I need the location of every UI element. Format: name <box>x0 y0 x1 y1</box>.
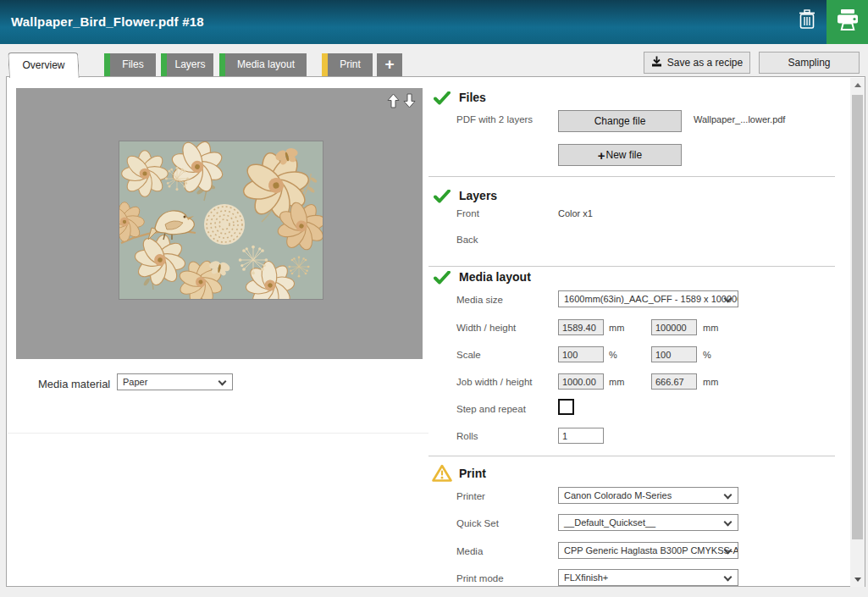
back-layer-label: Back <box>456 235 478 245</box>
tab-files[interactable]: Files <box>104 53 156 76</box>
add-tab-button[interactable]: + <box>377 53 402 76</box>
print-media-value: CPP Generic Haglasta B300P CMYKSS-AU- <box>564 545 738 556</box>
quick-set-label: Quick Set <box>456 518 499 528</box>
rolls-input[interactable] <box>558 428 604 444</box>
job-title: Wallpaper_Bird_Flower.pdf #18 <box>11 14 204 29</box>
step-and-repeat-checkbox[interactable] <box>558 399 574 415</box>
save-as-recipe-button[interactable]: Save as a recipe <box>644 52 750 74</box>
scale-y-input[interactable] <box>651 346 697 362</box>
front-layer-value: Color x1 <box>558 208 593 218</box>
triangle-down-icon <box>854 578 861 582</box>
job-width-input[interactable] <box>558 373 604 390</box>
file-type-label: PDF with 2 layers <box>456 114 533 124</box>
print-mode-value: FLXfinish+ <box>564 572 608 583</box>
sampling-button[interactable]: Sampling <box>759 52 860 74</box>
trash-icon <box>799 9 815 33</box>
save-recipe-icon <box>651 56 662 69</box>
tab-layers[interactable]: Layers <box>161 53 213 76</box>
print-media-label: Media <box>456 546 483 556</box>
print-mode-select[interactable]: FLXfinish+ <box>558 569 738 586</box>
printer-label: Printer <box>456 491 485 501</box>
job-width-unit: mm <box>609 377 624 387</box>
quick-set-select[interactable]: __Default_Quickset__ <box>558 514 738 531</box>
layers-section-title: Layers <box>459 189 497 202</box>
width-height-label: Width / height <box>456 323 516 333</box>
job-width-height-label: Job width / height <box>456 377 533 387</box>
left-divider <box>8 433 428 434</box>
job-height-input[interactable] <box>651 373 697 390</box>
media-material-select[interactable]: Paper <box>117 373 233 390</box>
step-and-repeat-label: Step and repeat <box>456 404 526 414</box>
media-material-label: Media material <box>38 378 110 390</box>
chevron-down-icon <box>724 491 733 500</box>
media-layout-section-title: Media layout <box>459 270 531 284</box>
tab-print[interactable]: Print <box>322 53 373 76</box>
move-down-arrow-icon[interactable] <box>403 93 416 108</box>
tab-bar: Overview Files Layers Media layout Print… <box>0 44 868 76</box>
section-divider <box>428 266 835 267</box>
tab-overview[interactable]: Overview <box>8 53 80 78</box>
plus-icon: + <box>598 148 605 163</box>
print-mode-label: Print mode <box>456 573 504 583</box>
tab-files-status <box>104 53 110 76</box>
job-height-unit: mm <box>703 377 718 387</box>
new-file-label: New file <box>606 149 643 161</box>
change-file-button[interactable]: Change file <box>558 110 682 132</box>
job-preview-area <box>16 88 423 359</box>
chevron-down-icon <box>218 378 227 386</box>
chevron-down-icon <box>724 518 733 527</box>
quick-set-value: __Default_Quickset__ <box>564 517 655 528</box>
printer-icon <box>836 9 860 35</box>
print-warning-icon <box>432 464 452 485</box>
sampling-label: Sampling <box>788 57 830 69</box>
printer-select[interactable]: Canon Colorado M-Series <box>558 487 738 504</box>
change-file-label: Change file <box>594 115 646 127</box>
tab-print-label: Print <box>322 53 373 76</box>
overview-panel: Media material Paper Files PDF with 2 la… <box>6 76 865 587</box>
front-layer-label: Front <box>456 208 479 218</box>
media-size-select[interactable]: 1600mm(63in)_AAC_OFF - 1589 x 100000 <box>558 290 738 307</box>
print-section-title: Print <box>459 467 486 480</box>
scroll-down-button[interactable] <box>850 572 865 587</box>
delete-job-button[interactable] <box>795 8 819 35</box>
media-material-value: Paper <box>123 377 147 387</box>
app-window: Wallpaper_Bird_Flower.pdf #18 <box>0 0 868 597</box>
tab-overview-label: Overview <box>9 53 78 77</box>
new-file-button[interactable]: + New file <box>558 144 682 166</box>
file-name-value: Wallpaper_...lower.pdf <box>694 114 785 124</box>
triangle-up-icon <box>854 83 861 87</box>
save-as-recipe-label: Save as a recipe <box>667 57 743 69</box>
files-ok-check-icon <box>434 91 451 108</box>
vertical-scrollbar[interactable] <box>850 78 865 587</box>
tab-media-layout-label: Media layout <box>219 53 307 76</box>
rolls-label: Rolls <box>456 431 478 441</box>
scale-label: Scale <box>456 350 481 360</box>
scroll-up-button[interactable] <box>850 78 865 92</box>
media-size-value: 1600mm(63in)_AAC_OFF - 1589 x 100000 <box>564 294 738 304</box>
move-up-arrow-icon[interactable] <box>387 93 400 108</box>
media-width-input[interactable] <box>558 319 604 335</box>
media-height-input[interactable] <box>651 319 697 335</box>
print-button[interactable] <box>827 0 868 44</box>
media-layout-ok-check-icon <box>434 271 451 288</box>
scale-x-unit: % <box>609 350 617 360</box>
tab-media-layout[interactable]: Media layout <box>219 53 307 76</box>
section-divider <box>428 176 835 177</box>
tab-layers-label: Layers <box>161 53 213 76</box>
layers-ok-check-icon <box>434 190 451 207</box>
print-media-select[interactable]: CPP Generic Haglasta B300P CMYKSS-AU- <box>558 542 738 559</box>
tab-layers-status <box>161 53 167 76</box>
files-section-title: Files <box>459 91 486 104</box>
media-size-label: Media size <box>456 295 503 305</box>
scale-x-input[interactable] <box>558 346 604 362</box>
scrollbar-thumb[interactable] <box>852 95 863 539</box>
tab-media-layout-status <box>219 53 225 76</box>
printer-value: Canon Colorado M-Series <box>564 490 672 500</box>
title-bar: Wallpaper_Bird_Flower.pdf #18 <box>0 0 868 44</box>
section-divider <box>428 456 835 456</box>
tab-print-status <box>322 53 328 76</box>
height-unit: mm <box>703 323 718 333</box>
chevron-down-icon <box>724 573 733 582</box>
wallpaper-artwork-preview <box>119 141 323 299</box>
width-unit: mm <box>609 323 624 333</box>
